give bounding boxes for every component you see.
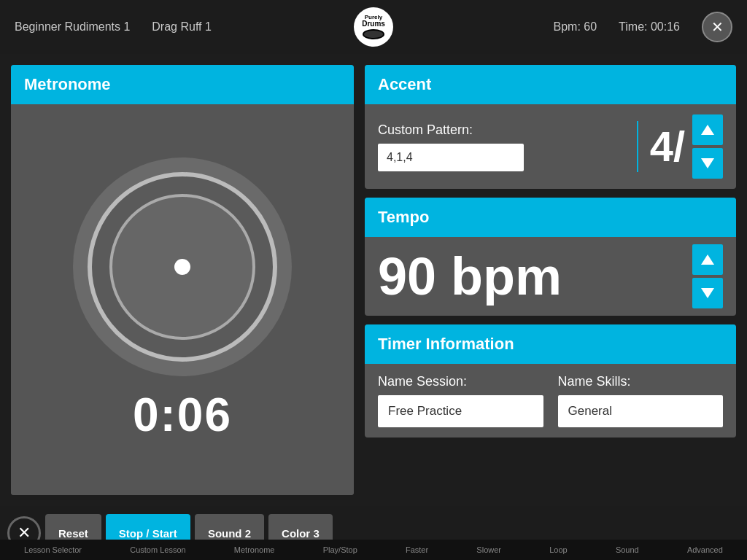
logo-text-bottom: Drums [362,20,385,28]
bpm-display: Bpm: 60 [554,20,597,34]
beat-display: 4/ [650,114,723,179]
tempo-header: Tempo [365,198,736,237]
custom-pattern-input[interactable] [378,144,524,171]
timer-info-header: Timer Information [365,324,736,364]
lesson-title: Beginner Rudiments 1 [15,20,130,34]
beat-number: 4/ [650,125,685,168]
metronome-title: Metronome [24,75,111,93]
exercise-title: Drag Ruff 1 [152,20,212,34]
bottom-bar: ✕ Reset Stop / Start Sound 2 Color 3 Les… [0,506,747,560]
tempo-arrows [692,244,723,308]
logo-drum [363,29,384,39]
nav-tab-loop[interactable]: Loop [543,542,573,557]
nav-tab-advanced[interactable]: Advanced [681,542,729,557]
tempo-body: 90 bpm [365,237,736,316]
nav-tab-faster[interactable]: Faster [400,542,434,557]
drum-circle-outer [73,158,292,376]
nav-tab-custom-lesson[interactable]: Custom Lesson [124,542,191,557]
accent-body: Custom Pattern: 4/ [365,104,736,189]
name-skills-field: Name Skills: [558,374,724,427]
tempo-title: Tempo [378,208,429,226]
beat-up-button[interactable] [692,114,723,145]
custom-pattern-area: Custom Pattern: [378,122,625,171]
accent-header: Accent [365,65,736,104]
tempo-up-button[interactable] [692,244,723,275]
logo-area: Purely Drums [354,7,393,47]
tempo-up-arrow-icon [701,254,714,265]
left-panel: Metronome 0:06 [11,65,354,495]
nav-tab-sound[interactable]: Sound [610,542,645,557]
nav-tab-metronome[interactable]: Metronome [228,542,281,557]
timer-info-title: Timer Information [378,335,514,353]
timer-info-body: Name Session: Name Skills: [365,364,736,438]
nav-tab-lesson-selector[interactable]: Lesson Selector [18,542,88,557]
custom-pattern-label: Custom Pattern: [378,122,625,138]
beat-down-button[interactable] [692,148,723,179]
down-arrow-icon [701,158,714,168]
accent-divider [637,121,638,172]
timer-display: 0:06 [133,388,232,442]
top-bar-right: Bpm: 60 Time: 00:16 ✕ [554,12,732,42]
bottom-nav: Lesson SelectorCustom LessonMetronomePla… [0,540,747,560]
accent-section: Accent Custom Pattern: 4/ [365,65,736,189]
metronome-header: Metronome [11,65,354,104]
accent-title: Accent [378,75,431,93]
top-bar-left: Beginner Rudiments 1 Drag Ruff 1 [15,20,212,34]
name-session-label: Name Session: [378,374,543,389]
drum-circle-inner [109,194,255,340]
bpm-display-value: 90 bpm [378,250,562,303]
tempo-down-arrow-icon [701,288,714,298]
name-skills-label: Name Skills: [558,374,724,389]
beat-arrows [692,114,723,179]
top-bar: Beginner Rudiments 1 Drag Ruff 1 Purely … [0,0,747,54]
close-button-top[interactable]: ✕ [702,12,732,42]
time-display: Time: 00:16 [619,20,680,34]
up-arrow-icon [701,125,714,135]
name-session-input[interactable] [378,395,543,427]
main-content: Metronome 0:06 Accent Custom Pattern: [0,54,747,506]
timer-info-section: Timer Information Name Session: Name Ski… [365,324,736,438]
nav-tab-play/stop[interactable]: Play/Stop [317,542,363,557]
tempo-down-button[interactable] [692,278,723,308]
right-panel: Accent Custom Pattern: 4/ [365,65,736,495]
drum-dot [174,259,190,275]
name-session-field: Name Session: [378,374,543,427]
tempo-section: Tempo 90 bpm [365,198,736,316]
logo-circle: Purely Drums [354,7,393,47]
drum-circle-ring [88,172,277,362]
name-skills-input[interactable] [558,395,724,427]
nav-tab-slower[interactable]: Slower [471,542,507,557]
metronome-body: 0:06 [11,104,354,495]
